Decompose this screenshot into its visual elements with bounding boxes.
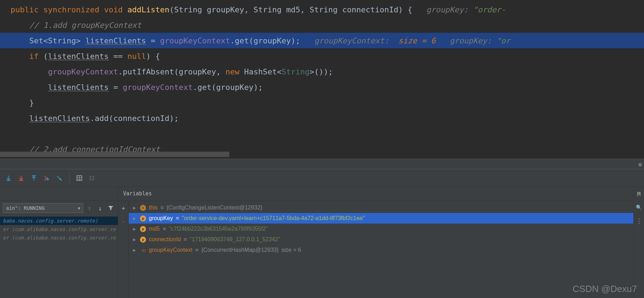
variable-value: {ConcurrentHashMap@12933} <box>201 247 279 253</box>
frames-list[interactable]: baba.nacos.config.server.remote) er (com… <box>0 215 118 242</box>
variable-name: connectionId <box>149 236 181 243</box>
filter-frames-button[interactable] <box>107 204 115 212</box>
parameter-icon: p <box>140 226 146 232</box>
remove-watch-button[interactable]: － <box>120 217 127 226</box>
evaluate-expression-button[interactable] <box>75 174 84 182</box>
variable-row[interactable]: ▶pgroupKey = "order-service-dev.yaml+lea… <box>129 213 644 224</box>
field: groupKeyContext <box>48 67 118 76</box>
debug-step-toolbar <box>0 169 644 187</box>
code-line[interactable]: public synchronized void addListen(Strin… <box>0 2 644 17</box>
code-line[interactable]: } <box>0 95 644 110</box>
method-params: (String groupKey, String md5, String con… <box>169 5 412 14</box>
run-to-cursor-button[interactable] <box>55 174 63 182</box>
expand-icon[interactable]: ▶ <box>133 216 137 221</box>
parameter-icon: p <box>140 215 146 221</box>
variable: listenClients <box>85 36 146 45</box>
variable: listenClients <box>48 52 109 61</box>
drop-frame-button[interactable] <box>42 174 51 182</box>
variable-row[interactable]: ▶≡this = {ConfigChangeListenContext@1293… <box>129 202 644 213</box>
expand-icon[interactable]: ▶ <box>133 206 137 210</box>
gear-icon[interactable]: ⚙ <box>638 161 642 168</box>
variable-row[interactable]: ▶○○groupKeyContext = {ConcurrentHashMap@… <box>129 245 644 255</box>
frame-item[interactable]: baba.nacos.config.server.remote) <box>0 217 118 225</box>
code-line[interactable]: listenClients = groupKeyContext.get(grou… <box>0 79 644 95</box>
field: groupKeyContext <box>160 36 230 45</box>
keyword-synchronized: synchronized <box>43 5 104 14</box>
variables-list[interactable]: ▶≡this = {ConfigChangeListenContext@1293… <box>129 201 644 255</box>
code-line[interactable]: groupKeyContext.putIfAbsent(groupKey, ne… <box>0 64 644 79</box>
variable-extra: size = 6 <box>281 247 301 253</box>
frame-item[interactable]: er (com.alibaba.nacos.config.server.re <box>0 233 118 242</box>
debug-bottom-panel: ain": RUNNING ▼ ↑ ↓ baba.nacos.config.se… <box>0 187 644 298</box>
next-frame-button[interactable]: ↓ <box>96 204 104 212</box>
keyword-null: null <box>127 52 146 61</box>
step-out-button[interactable] <box>30 174 38 182</box>
keyword-if: if <box>11 52 43 61</box>
map-icon: ○○ <box>140 247 146 253</box>
variables-toolbar: ＋ － <box>118 201 129 298</box>
search-icon[interactable]: 🔍 <box>636 205 642 210</box>
code-editor[interactable]: public synchronized void addListen(Strin… <box>0 0 644 159</box>
debug-panel-header: ⚙ <box>0 159 644 169</box>
code-line[interactable]: // 1.add groupKeyContext <box>0 17 644 33</box>
keyword-void: void <box>104 5 127 14</box>
separator <box>69 174 69 183</box>
inline-hint: groupKey: <box>436 36 496 45</box>
right-sidebar: M 🔍 ⋮ <box>633 187 644 298</box>
method-name: addListen <box>127 5 169 14</box>
expand-icon[interactable]: ▶ <box>133 227 137 231</box>
inline-hint-label: groupKey: <box>412 5 473 14</box>
code-line[interactable] <box>0 126 644 141</box>
inline-hint-value: "or <box>497 36 511 45</box>
parameter-icon: p <box>140 237 146 243</box>
frame-item[interactable]: er (com.alibaba.nacos.config.server.re <box>0 225 118 233</box>
mark-label: M <box>637 191 640 197</box>
prev-frame-button[interactable]: ↑ <box>85 204 94 212</box>
keyword-new: new <box>225 67 244 76</box>
generic-type: String <box>281 67 309 76</box>
variable-row[interactable]: ▶pmd5 = "c7f24bb222c3b631545e2a798f9355f… <box>129 224 644 234</box>
inline-hint-size: size = 6 <box>389 36 436 45</box>
code-line[interactable]: if (listenClients == null) { <box>0 48 644 64</box>
step-over-button[interactable] <box>4 174 13 182</box>
variable-name: md5 <box>149 226 160 232</box>
variable: listenClients <box>48 83 109 92</box>
variables-header-spacer <box>0 187 118 201</box>
variable: listenClients <box>29 114 90 123</box>
variables-header: Variables <box>118 187 644 201</box>
variable-string-value: "c7f24bb222c3b631545e2a798f9355f2" <box>169 226 268 232</box>
horizontal-scrollbar[interactable] <box>0 152 229 157</box>
code-line-current[interactable]: Set<String> listenClients = groupKeyCont… <box>0 33 644 48</box>
variables-panel: Variables ＋ － ▶≡this = {ConfigChangeList… <box>118 187 644 298</box>
frames-header: ain": RUNNING ▼ ↑ ↓ <box>0 201 118 215</box>
variable-row[interactable]: ▶pconnectionId = "1719409063749_127.0.0.… <box>129 234 644 245</box>
thread-dropdown-label: ain": RUNNING <box>6 205 45 211</box>
variable-name: groupKeyContext <box>149 247 193 253</box>
expand-icon[interactable]: ▶ <box>133 237 137 242</box>
more-options-button[interactable]: ⋮ <box>636 217 642 225</box>
variable-value: {ConfigChangeListenContext@12932} <box>166 205 262 211</box>
frames-panel: ain": RUNNING ▼ ↑ ↓ baba.nacos.config.se… <box>0 187 118 298</box>
variable-name: this <box>149 205 158 211</box>
inline-hint: groupKeyContext: <box>300 36 389 45</box>
new-watch-button[interactable]: ＋ <box>120 204 127 212</box>
comment: // 1.add groupKeyContext <box>11 21 141 30</box>
code-text: Set<String> <box>11 36 85 45</box>
step-into-button[interactable] <box>17 174 25 182</box>
code-line[interactable]: listenClients.add(connectionId); <box>0 110 644 126</box>
object-icon: ≡ <box>140 205 146 211</box>
chevron-down-icon: ▼ <box>78 206 80 210</box>
variable-name: groupKey <box>149 215 173 221</box>
inline-hint-value: "order- <box>473 5 506 14</box>
trace-button[interactable] <box>88 174 96 182</box>
expand-icon[interactable]: ▶ <box>133 248 137 253</box>
thread-dropdown[interactable]: ain": RUNNING ▼ <box>3 203 83 213</box>
field: groupKeyContext <box>123 83 193 92</box>
variable-string-value: "order-service-dev.yaml+learn+c15711a7-5… <box>182 215 365 221</box>
keyword-public: public <box>11 5 43 14</box>
variable-string-value: "1719409063749_127.0.0.1_52342" <box>190 236 280 243</box>
